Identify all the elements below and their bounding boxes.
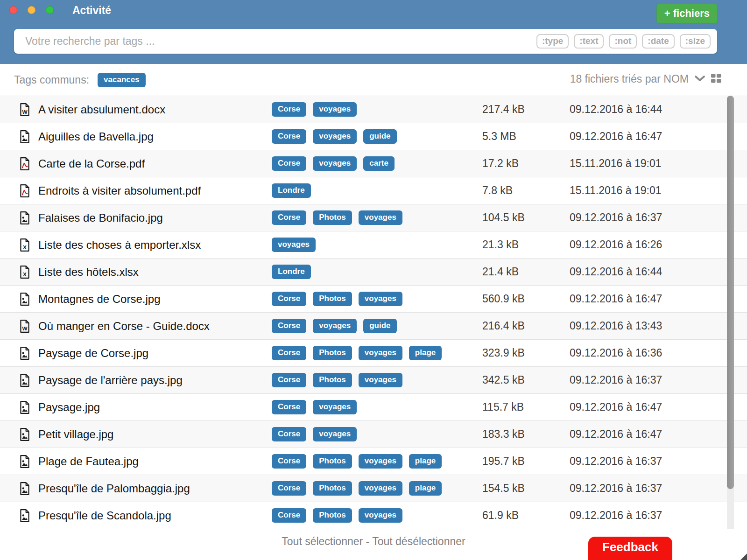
add-files-button[interactable]: + fichiers <box>656 4 718 24</box>
tag-chip[interactable]: voyages <box>313 102 357 117</box>
file-row[interactable]: Petit village.jpg Corsevoyages 183.3 kB … <box>0 421 747 448</box>
tag-chip[interactable]: Corse <box>272 210 306 225</box>
tag-chip[interactable]: Photos <box>313 508 352 523</box>
file-row[interactable]: W A visiter absulument.docx Corsevoyages… <box>0 96 747 123</box>
tag-chip[interactable]: Corse <box>272 156 306 171</box>
jpg-file-icon <box>19 400 31 414</box>
tag-chip[interactable]: Londre <box>272 265 311 279</box>
tag-chip[interactable]: Photos <box>313 346 352 360</box>
tag-chip[interactable]: Corse <box>272 129 306 144</box>
tag-chip[interactable]: voyages <box>359 481 402 496</box>
file-date: 09.12.2016 à 16:37 <box>566 509 662 522</box>
tag-chip[interactable]: Corse <box>272 346 306 360</box>
tag-chip[interactable]: voyages <box>313 427 357 441</box>
file-date: 09.12.2016 à 16:47 <box>566 401 662 413</box>
file-tags: CorsePhotosvoyages <box>272 292 479 306</box>
file-name: Où manger en Corse - Guide.docx <box>38 320 272 333</box>
tag-chip[interactable]: voyages <box>359 508 402 523</box>
tag-chip[interactable]: voyages <box>359 292 402 306</box>
file-row[interactable]: X Liste des hôtels.xlsx Londre 21.4 kB 0… <box>0 259 747 286</box>
file-tags: voyages <box>272 238 479 252</box>
file-row[interactable]: Falaises de Bonifacio.jpg CorsePhotosvoy… <box>0 204 747 231</box>
tag-chip[interactable]: Photos <box>313 481 352 496</box>
tag-chip[interactable]: voyages <box>359 373 402 387</box>
file-name: Paysage.jpg <box>38 401 272 414</box>
search-filter-not[interactable]: :not <box>609 34 637 49</box>
search-filter-date[interactable]: :date <box>642 34 674 49</box>
file-row[interactable]: X Liste des choses à emporter.xlsx voyag… <box>0 231 747 259</box>
tag-chip[interactable]: Corse <box>272 373 306 387</box>
search-filter-text[interactable]: :text <box>574 34 604 49</box>
tag-chip[interactable]: voyages <box>313 319 357 333</box>
search-filter-type[interactable]: :type <box>536 34 569 49</box>
file-date: 09.12.2016 à 16:37 <box>566 455 662 468</box>
sort-area: 18 fichiers triés par NOM <box>570 73 721 85</box>
file-name: Paysage de Corse.jpg <box>38 347 272 360</box>
file-row[interactable]: Paysage.jpg Corsevoyages 115.7 kB 09.12.… <box>0 394 747 421</box>
tag-chip[interactable]: plage <box>409 454 442 469</box>
tag-chip[interactable]: Photos <box>313 210 352 225</box>
tag-chip[interactable]: guide <box>363 319 396 333</box>
grid-view-icon[interactable] <box>711 73 721 85</box>
file-date: 15.11.2016 à 19:01 <box>566 157 662 170</box>
tag-chip[interactable]: Photos <box>313 454 352 469</box>
feedback-button[interactable]: Feedback <box>588 537 672 560</box>
tag-chip[interactable]: Corse <box>272 292 306 306</box>
tag-chip[interactable]: voyages <box>313 156 357 171</box>
svg-text:X: X <box>23 271 27 277</box>
search-filter-size[interactable]: :size <box>680 34 711 49</box>
docx-file-icon: W <box>19 103 31 117</box>
window-resize-grip[interactable] <box>740 553 747 560</box>
file-size: 560.9 kB <box>479 293 566 305</box>
tag-chip[interactable]: Photos <box>313 292 352 306</box>
tag-chip[interactable]: voyages <box>313 129 357 144</box>
file-row[interactable]: Endroits à visiter absolument.pdf Londre… <box>0 177 747 204</box>
tag-chip[interactable]: voyages <box>359 346 402 360</box>
tag-chip[interactable]: plage <box>409 481 442 496</box>
file-date: 09.12.2016 à 16:37 <box>566 482 662 495</box>
minimize-window-icon[interactable] <box>28 6 35 14</box>
file-date: 09.12.2016 à 16:37 <box>566 211 662 224</box>
file-row[interactable]: Aiguilles de Bavella.jpg Corsevoyagesgui… <box>0 123 747 150</box>
zoom-window-icon[interactable] <box>46 6 54 14</box>
close-window-icon[interactable] <box>9 6 17 14</box>
file-size: 17.2 kB <box>479 157 566 170</box>
tag-chip[interactable]: voyages <box>359 210 402 225</box>
file-row[interactable]: Paysage de Corse.jpg CorsePhotosvoyagesp… <box>0 340 747 367</box>
file-row[interactable]: Presqu'île de Palombaggia.jpg CorsePhoto… <box>0 475 747 502</box>
tag-chip[interactable]: voyages <box>272 238 316 252</box>
docx-file-icon: W <box>19 319 31 333</box>
file-row[interactable]: Presqu'île de Scandola.jpg CorsePhotosvo… <box>0 502 747 529</box>
scrollbar-track[interactable] <box>727 96 734 534</box>
file-row[interactable]: W Où manger en Corse - Guide.docx Corsev… <box>0 313 747 340</box>
tag-chip[interactable]: Corse <box>272 102 306 117</box>
tag-chip[interactable]: Corse <box>272 508 306 523</box>
tag-chip[interactable]: Corse <box>272 400 306 414</box>
tag-chip[interactable]: voyages <box>359 454 402 469</box>
file-size: 183.3 kB <box>479 428 566 441</box>
tag-chip[interactable]: Photos <box>313 373 352 387</box>
tag-chip[interactable]: voyages <box>313 400 357 414</box>
search-filter-chips: :type:text:not:date:size <box>536 34 711 49</box>
tag-chip[interactable]: carte <box>363 156 395 171</box>
file-size: 195.7 kB <box>479 455 566 468</box>
file-row[interactable]: Montagnes de Corse.jpg CorsePhotosvoyage… <box>0 286 747 313</box>
file-row[interactable]: Paysage de l'arrière pays.jpg CorsePhoto… <box>0 367 747 394</box>
tag-chip[interactable]: Corse <box>272 454 306 469</box>
tag-chip[interactable]: guide <box>363 129 396 144</box>
tag-chip[interactable]: Corse <box>272 427 306 441</box>
chevron-down-icon[interactable] <box>694 75 705 84</box>
file-row[interactable]: Plage de Fautea.jpg CorsePhotosvoyagespl… <box>0 448 747 475</box>
tag-chip[interactable]: Corse <box>272 319 306 333</box>
jpg-file-icon <box>19 509 31 523</box>
tag-chip[interactable]: vacances <box>98 73 146 87</box>
file-tags: Londre <box>272 265 479 279</box>
tag-chip[interactable]: Corse <box>272 481 306 496</box>
titlebar: Activité + fichiers :type:text:not:date:… <box>0 0 747 64</box>
file-size: 21.3 kB <box>479 238 566 251</box>
scrollbar-thumb[interactable] <box>727 96 734 489</box>
file-row[interactable]: Carte de la Corse.pdf Corsevoyagescarte … <box>0 150 747 177</box>
tag-chip[interactable]: plage <box>409 346 442 360</box>
tag-chip[interactable]: Londre <box>272 183 311 198</box>
search-input[interactable] <box>14 35 536 48</box>
